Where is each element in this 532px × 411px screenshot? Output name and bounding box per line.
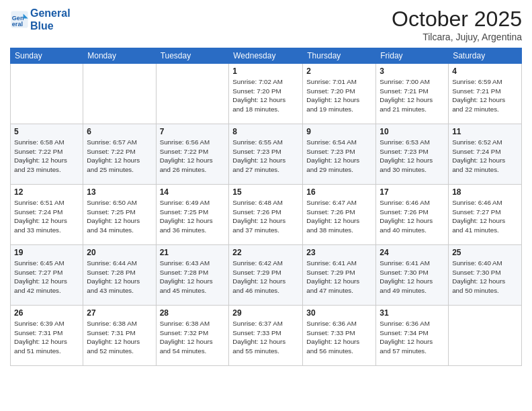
calendar-header-monday: Monday xyxy=(83,48,156,64)
day-number: 29 xyxy=(232,308,299,318)
calendar-header-saturday: Saturday xyxy=(449,48,522,64)
day-info: Sunrise: 6:58 AM Sunset: 7:22 PM Dayligh… xyxy=(14,138,79,175)
day-info: Sunrise: 7:00 AM Sunset: 7:21 PM Dayligh… xyxy=(380,77,445,114)
calendar-cell: 23Sunrise: 6:41 AM Sunset: 7:29 PM Dayli… xyxy=(303,245,376,306)
calendar-week-row: 26Sunrise: 6:39 AM Sunset: 7:31 PM Dayli… xyxy=(11,306,522,366)
day-number: 7 xyxy=(160,127,226,136)
day-number: 4 xyxy=(452,66,518,76)
day-info: Sunrise: 6:53 AM Sunset: 7:23 PM Dayligh… xyxy=(380,138,445,175)
calendar-cell xyxy=(83,64,156,124)
day-info: Sunrise: 6:40 AM Sunset: 7:30 PM Dayligh… xyxy=(452,259,518,295)
calendar-table: SundayMondayTuesdayWednesdayThursdayFrid… xyxy=(10,48,522,366)
day-number: 13 xyxy=(87,187,152,197)
day-info: Sunrise: 6:50 AM Sunset: 7:25 PM Dayligh… xyxy=(87,198,152,235)
calendar-cell: 12Sunrise: 6:51 AM Sunset: 7:24 PM Dayli… xyxy=(11,185,83,245)
calendar-cell: 24Sunrise: 6:41 AM Sunset: 7:30 PM Dayli… xyxy=(376,245,449,306)
day-info: Sunrise: 6:42 AM Sunset: 7:29 PM Dayligh… xyxy=(232,259,299,295)
calendar-header-wednesday: Wednesday xyxy=(229,48,303,64)
calendar-cell xyxy=(449,306,522,366)
day-info: Sunrise: 6:45 AM Sunset: 7:27 PM Dayligh… xyxy=(14,259,79,295)
day-info: Sunrise: 6:49 AM Sunset: 7:25 PM Dayligh… xyxy=(160,198,226,235)
calendar-cell: 2Sunrise: 7:01 AM Sunset: 7:20 PM Daylig… xyxy=(303,64,376,124)
calendar-cell: 13Sunrise: 6:50 AM Sunset: 7:25 PM Dayli… xyxy=(83,185,156,245)
day-info: Sunrise: 6:52 AM Sunset: 7:24 PM Dayligh… xyxy=(452,138,518,175)
calendar-header-friday: Friday xyxy=(376,48,449,64)
calendar-cell: 14Sunrise: 6:49 AM Sunset: 7:25 PM Dayli… xyxy=(156,185,229,245)
day-number: 26 xyxy=(14,308,79,318)
calendar-cell: 21Sunrise: 6:43 AM Sunset: 7:28 PM Dayli… xyxy=(156,245,229,306)
day-info: Sunrise: 6:54 AM Sunset: 7:23 PM Dayligh… xyxy=(306,138,372,175)
calendar-cell: 20Sunrise: 6:44 AM Sunset: 7:28 PM Dayli… xyxy=(83,245,156,306)
calendar-header-sunday: Sunday xyxy=(11,48,83,64)
calendar-cell: 5Sunrise: 6:58 AM Sunset: 7:22 PM Daylig… xyxy=(11,124,83,185)
day-number: 20 xyxy=(87,248,152,257)
day-number: 5 xyxy=(14,127,79,136)
day-info: Sunrise: 7:01 AM Sunset: 7:20 PM Dayligh… xyxy=(306,77,372,114)
day-number: 27 xyxy=(87,308,152,318)
day-number: 24 xyxy=(380,248,445,257)
calendar-cell: 3Sunrise: 7:00 AM Sunset: 7:21 PM Daylig… xyxy=(376,64,449,124)
day-number: 6 xyxy=(87,127,152,136)
day-number: 10 xyxy=(380,127,445,136)
day-number: 3 xyxy=(380,66,445,76)
day-number: 8 xyxy=(232,127,299,136)
logo: Gen eral General Blue xyxy=(10,7,71,32)
day-info: Sunrise: 6:37 AM Sunset: 7:33 PM Dayligh… xyxy=(232,319,299,356)
day-number: 14 xyxy=(160,187,226,197)
calendar-cell: 17Sunrise: 6:46 AM Sunset: 7:26 PM Dayli… xyxy=(376,185,449,245)
day-info: Sunrise: 6:38 AM Sunset: 7:32 PM Dayligh… xyxy=(160,319,226,356)
day-info: Sunrise: 6:57 AM Sunset: 7:22 PM Dayligh… xyxy=(87,138,152,175)
day-info: Sunrise: 6:51 AM Sunset: 7:24 PM Dayligh… xyxy=(14,198,79,235)
day-info: Sunrise: 6:46 AM Sunset: 7:27 PM Dayligh… xyxy=(452,198,518,235)
calendar-cell: 31Sunrise: 6:36 AM Sunset: 7:34 PM Dayli… xyxy=(376,306,449,366)
calendar-cell: 7Sunrise: 6:56 AM Sunset: 7:22 PM Daylig… xyxy=(156,124,229,185)
header: Gen eral General Blue October 2025 Tilca… xyxy=(10,7,522,42)
day-info: Sunrise: 6:41 AM Sunset: 7:30 PM Dayligh… xyxy=(380,259,445,295)
day-number: 9 xyxy=(306,127,372,136)
calendar-cell: 9Sunrise: 6:54 AM Sunset: 7:23 PM Daylig… xyxy=(303,124,376,185)
calendar-cell xyxy=(11,64,83,124)
calendar-cell: 22Sunrise: 6:42 AM Sunset: 7:29 PM Dayli… xyxy=(229,245,303,306)
day-number: 11 xyxy=(452,127,518,136)
calendar-cell: 11Sunrise: 6:52 AM Sunset: 7:24 PM Dayli… xyxy=(449,124,522,185)
day-number: 19 xyxy=(14,248,79,257)
day-number: 23 xyxy=(306,248,372,257)
calendar-cell: 4Sunrise: 6:59 AM Sunset: 7:21 PM Daylig… xyxy=(449,64,522,124)
calendar-cell: 15Sunrise: 6:48 AM Sunset: 7:26 PM Dayli… xyxy=(229,185,303,245)
calendar-header-tuesday: Tuesday xyxy=(156,48,229,64)
calendar-cell: 25Sunrise: 6:40 AM Sunset: 7:30 PM Dayli… xyxy=(449,245,522,306)
calendar-cell xyxy=(156,64,229,124)
logo-text-1: General xyxy=(30,7,71,19)
calendar-week-row: 1Sunrise: 7:02 AM Sunset: 7:20 PM Daylig… xyxy=(11,64,522,124)
calendar-cell: 8Sunrise: 6:55 AM Sunset: 7:23 PM Daylig… xyxy=(229,124,303,185)
calendar-cell: 27Sunrise: 6:38 AM Sunset: 7:31 PM Dayli… xyxy=(83,306,156,366)
calendar-cell: 28Sunrise: 6:38 AM Sunset: 7:32 PM Dayli… xyxy=(156,306,229,366)
day-number: 28 xyxy=(160,308,226,318)
day-info: Sunrise: 6:36 AM Sunset: 7:34 PM Dayligh… xyxy=(380,319,445,356)
day-info: Sunrise: 6:43 AM Sunset: 7:28 PM Dayligh… xyxy=(160,259,226,295)
day-info: Sunrise: 6:55 AM Sunset: 7:23 PM Dayligh… xyxy=(232,138,299,175)
day-number: 21 xyxy=(160,248,226,257)
calendar-week-row: 19Sunrise: 6:45 AM Sunset: 7:27 PM Dayli… xyxy=(11,245,522,306)
day-number: 1 xyxy=(232,66,299,76)
day-number: 22 xyxy=(232,248,299,257)
day-number: 17 xyxy=(380,187,445,197)
calendar-cell: 18Sunrise: 6:46 AM Sunset: 7:27 PM Dayli… xyxy=(449,185,522,245)
calendar-cell: 30Sunrise: 6:36 AM Sunset: 7:33 PM Dayli… xyxy=(303,306,376,366)
day-number: 31 xyxy=(380,308,445,318)
calendar-header-thursday: Thursday xyxy=(303,48,376,64)
day-number: 18 xyxy=(452,187,518,197)
logo-icon: Gen eral xyxy=(10,10,29,29)
day-number: 16 xyxy=(306,187,372,197)
day-info: Sunrise: 6:47 AM Sunset: 7:26 PM Dayligh… xyxy=(306,198,372,235)
day-number: 15 xyxy=(232,187,299,197)
month-title: October 2025 xyxy=(392,7,522,32)
day-info: Sunrise: 6:44 AM Sunset: 7:28 PM Dayligh… xyxy=(87,259,152,295)
svg-text:eral: eral xyxy=(12,21,23,28)
title-block: October 2025 Tilcara, Jujuy, Argentina xyxy=(392,7,522,42)
day-number: 12 xyxy=(14,187,79,197)
day-info: Sunrise: 6:59 AM Sunset: 7:21 PM Dayligh… xyxy=(452,77,518,114)
calendar-cell: 16Sunrise: 6:47 AM Sunset: 7:26 PM Dayli… xyxy=(303,185,376,245)
day-number: 2 xyxy=(306,66,372,76)
calendar-cell: 19Sunrise: 6:45 AM Sunset: 7:27 PM Dayli… xyxy=(11,245,83,306)
